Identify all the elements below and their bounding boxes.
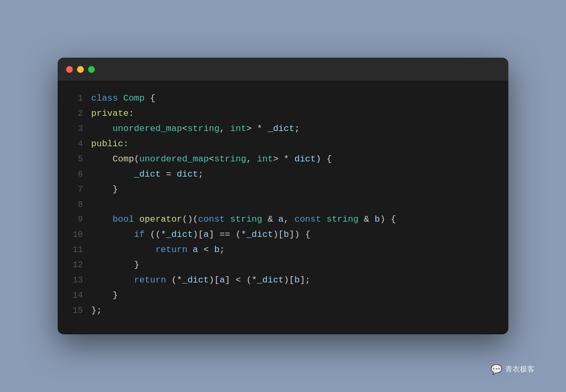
line-number: 3 <box>68 122 83 136</box>
code-content: return (*_dict)[a] < (*_dict)[b]; <box>91 273 310 288</box>
code-content: Comp(unordered_map<string, int> * dict) … <box>91 152 332 167</box>
line-number: 2 <box>68 107 83 121</box>
code-content: unordered_map<string, int> * _dict; <box>91 122 300 137</box>
maximize-button[interactable] <box>88 66 95 73</box>
code-line-15: 15 }; <box>58 303 508 319</box>
code-content: class Comp { <box>91 91 155 106</box>
code-line-11: 11 return a < b; <box>58 243 508 258</box>
line-number: 7 <box>68 183 83 197</box>
code-line-1: 1 class Comp { <box>58 91 508 106</box>
line-number: 14 <box>68 289 83 303</box>
code-content: private: <box>91 106 134 122</box>
code-editor: 1 class Comp { 2 private: 3 unordered_ma… <box>58 81 508 334</box>
code-content: } <box>91 258 139 273</box>
line-number: 4 <box>68 137 83 151</box>
brand-badge: 💬 青衣极客 <box>491 364 535 375</box>
line-number: 12 <box>68 258 83 273</box>
code-content: _dict = dict; <box>91 167 203 182</box>
code-line-5: 5 Comp(unordered_map<string, int> * dict… <box>58 152 508 167</box>
code-content <box>91 198 96 213</box>
code-content: }; <box>91 303 102 319</box>
code-line-14: 14 } <box>58 288 508 303</box>
code-content: if ((*_dict)[a] == (*_dict)[b]) { <box>91 227 310 243</box>
line-number: 8 <box>68 198 83 212</box>
line-number: 1 <box>68 92 83 106</box>
code-line-6: 6 _dict = dict; <box>58 167 508 182</box>
code-window: 1 class Comp { 2 private: 3 unordered_ma… <box>58 58 508 334</box>
code-content: } <box>91 182 118 198</box>
code-content: return a < b; <box>91 243 225 258</box>
code-line-8: 8 <box>58 198 508 213</box>
code-line-9: 9 bool operator()(const string & a, cons… <box>58 212 508 227</box>
line-number: 5 <box>68 153 83 167</box>
line-number: 11 <box>68 243 83 257</box>
code-content: bool operator()(const string & a, const … <box>91 212 396 227</box>
code-line-12: 12 } <box>58 258 508 273</box>
line-number: 10 <box>68 228 83 242</box>
code-line-3: 3 unordered_map<string, int> * _dict; <box>58 122 508 137</box>
code-line-7: 7 } <box>58 182 508 198</box>
minimize-button[interactable] <box>77 66 84 73</box>
code-content: public: <box>91 137 128 152</box>
code-line-13: 13 return (*_dict)[a] < (*_dict)[b]; <box>58 273 508 288</box>
brand-name: 青衣极客 <box>505 365 535 374</box>
code-line-10: 10 if ((*_dict)[a] == (*_dict)[b]) { <box>58 227 508 243</box>
close-button[interactable] <box>66 66 73 73</box>
line-number: 9 <box>68 213 83 227</box>
line-number: 13 <box>68 274 83 288</box>
line-number: 15 <box>68 304 83 318</box>
code-line-4: 4 public: <box>58 137 508 152</box>
code-line-2: 2 private: <box>58 106 508 122</box>
code-content: } <box>91 288 118 303</box>
wechat-icon: 💬 <box>491 364 502 375</box>
window-titlebar <box>58 58 508 81</box>
line-number: 6 <box>68 168 83 182</box>
